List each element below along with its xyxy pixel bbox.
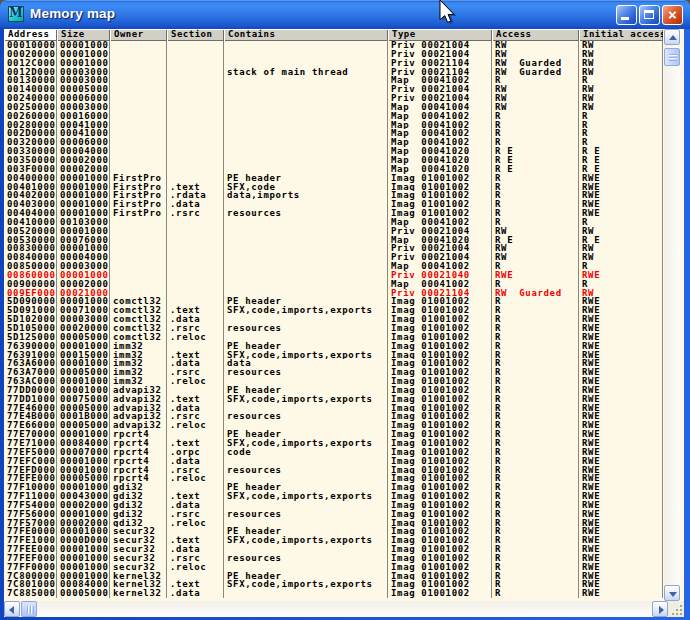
table-row[interactable]: 7C88500000005000kernel32.dataImag 010010… bbox=[4, 589, 663, 598]
table-row[interactable]: 002D000000041000Map 00041002RR bbox=[4, 129, 663, 138]
table-row[interactable]: 5D12500000005000comctl32.relocImag 01001… bbox=[4, 333, 663, 342]
table-row[interactable]: 0013000000003000Map 00041002RR bbox=[4, 76, 663, 85]
table-row[interactable]: 0052000000001000Priv 00021004RWRW bbox=[4, 227, 663, 236]
table-row[interactable]: 0028000000041000Map 00041002RR bbox=[4, 121, 663, 130]
table-row[interactable]: 77EFD00000001000rpcrt4.rsrcresourcesImag… bbox=[4, 466, 663, 475]
table-row[interactable]: 0090000000002000Map 00041002RR bbox=[4, 280, 663, 289]
cell-initial-access: R bbox=[579, 138, 663, 147]
table-row[interactable]: 0086000000001000Priv 00021040RWERWE bbox=[4, 271, 663, 280]
cell-size: 00005000 bbox=[57, 85, 110, 94]
table-row[interactable]: 009EF00000021000Priv 00021104RW GuardedR… bbox=[4, 289, 663, 298]
cell-owner: gdi32 bbox=[110, 519, 167, 528]
table-row[interactable]: 7639100000015000imm32.textSFX,code,impor… bbox=[4, 351, 663, 360]
cell-owner: FirstPro bbox=[110, 209, 167, 218]
minimize-button[interactable] bbox=[616, 5, 637, 25]
table-row[interactable]: 763A600000001000imm32.datadataImag 01001… bbox=[4, 359, 663, 368]
cell-size: 00041000 bbox=[57, 121, 110, 130]
table-row[interactable]: 0083000000001000Priv 00021004RWRW bbox=[4, 244, 663, 253]
table-row[interactable]: 0040400000001000FirstPro.rsrcresourcesIm… bbox=[4, 209, 663, 218]
table-row[interactable]: 77E7000000001000rpcrt4PE headerImag 0100… bbox=[4, 430, 663, 439]
table-row[interactable]: 0035000000002000Map 00041020R ER E bbox=[4, 156, 663, 165]
table-row[interactable]: 7C80000000001000kernel32PE headerImag 01… bbox=[4, 572, 663, 581]
table-row[interactable]: 77FE10000000D000secur32.textSFX,code,imp… bbox=[4, 536, 663, 545]
vertical-scrollbar-thumb[interactable] bbox=[664, 48, 680, 66]
table-row[interactable]: 0024000000006000Priv 00021004RWRW bbox=[4, 94, 663, 103]
cell-size: 0000D000 bbox=[57, 536, 110, 545]
table-row[interactable]: 77DD100000075000advapi32.textSFX,code,im… bbox=[4, 395, 663, 404]
table-row[interactable]: 0012D00000003000stack of main threadPriv… bbox=[4, 68, 663, 77]
column-header-owner[interactable]: Owner bbox=[110, 29, 167, 41]
table-row[interactable]: 7C80100000084000kernel32.textSFX,code,im… bbox=[4, 580, 663, 589]
table-row[interactable]: 7639000000001000imm32PE headerImag 01001… bbox=[4, 342, 663, 351]
table-row[interactable]: 0002000000001000Priv 00021004RWRW bbox=[4, 50, 663, 59]
cell-size: 00001000 bbox=[57, 183, 110, 192]
vertical-scrollbar[interactable] bbox=[664, 29, 680, 601]
table-row[interactable]: 77E7100000084000rpcrt4.textSFX,code,impo… bbox=[4, 439, 663, 448]
cell-owner: secur32 bbox=[110, 536, 167, 545]
column-header-size[interactable]: Size bbox=[57, 29, 110, 41]
cell-owner bbox=[110, 147, 167, 156]
column-headers: Address Size Owner Section Contains Type… bbox=[4, 29, 663, 41]
table-row[interactable]: 0014000000005000Priv 00021004RWRW bbox=[4, 85, 663, 94]
table-row[interactable]: 77FE000000001000secur32PE headerImag 010… bbox=[4, 527, 663, 536]
column-header-contains[interactable]: Contains bbox=[224, 29, 388, 41]
horizontal-scrollbar[interactable] bbox=[4, 601, 668, 617]
table-row[interactable]: 77FEF00000001000secur32.rsrcresourcesIma… bbox=[4, 554, 663, 563]
table-row[interactable]: 0033000000004000Map 00041020R ER E bbox=[4, 147, 663, 156]
table-row[interactable]: 77F5400000002000gdi32.dataImag 01001002R… bbox=[4, 501, 663, 510]
table-row[interactable]: 0026000000016000Map 00041002RR bbox=[4, 112, 663, 121]
column-header-address[interactable]: Address bbox=[4, 29, 57, 41]
table-row[interactable]: 77EF500000007000rpcrt4.orpccodeImag 0100… bbox=[4, 448, 663, 457]
table-row[interactable]: 77FF000000001000secur32.relocImag 010010… bbox=[4, 563, 663, 572]
maximize-button[interactable] bbox=[639, 5, 660, 25]
table-row[interactable]: 0041000000103000Map 00041002RR bbox=[4, 218, 663, 227]
cell-address: 00010000 bbox=[4, 41, 57, 50]
horizontal-scrollbar-thumb[interactable] bbox=[21, 601, 37, 617]
column-header-initial-access[interactable]: Initial access bbox=[579, 29, 663, 41]
column-header-type[interactable]: Type bbox=[388, 29, 492, 41]
scroll-left-button[interactable] bbox=[4, 601, 20, 617]
table-row[interactable]: 763AC00000001000imm32.relocImag 01001002… bbox=[4, 377, 663, 386]
table-row[interactable]: 77DD000000001000advapi32PE headerImag 01… bbox=[4, 386, 663, 395]
table-row[interactable]: 0012C00000001000Priv 00021104RW GuardedR… bbox=[4, 59, 663, 68]
table-row[interactable]: 5D10200000003000comctl32.dataImag 010010… bbox=[4, 315, 663, 324]
table-row[interactable]: 763A700000005000imm32.rsrcresourcesImag … bbox=[4, 368, 663, 377]
table-row[interactable]: 0001000000001000Priv 00021004RWRW bbox=[4, 41, 663, 50]
column-header-section[interactable]: Section bbox=[167, 29, 224, 41]
table-row[interactable]: 77F1000000001000gdi32PE headerImag 01001… bbox=[4, 483, 663, 492]
table-row[interactable]: 0053000000076000Map 00041020R ER E bbox=[4, 236, 663, 245]
table-row[interactable]: 77FEE00000001000secur32.dataImag 0100100… bbox=[4, 545, 663, 554]
close-button[interactable]: × bbox=[662, 5, 683, 25]
scroll-down-button[interactable] bbox=[664, 585, 680, 601]
table-row[interactable]: 5D09100000071000comctl32.textSFX,code,im… bbox=[4, 306, 663, 315]
table-rows: 0001000000001000Priv 00021004RWRW0002000… bbox=[4, 41, 663, 601]
table-row[interactable]: 0085000000003000Map 00041002RR bbox=[4, 262, 663, 271]
cell-address: 002D0000 bbox=[4, 129, 57, 138]
table-row[interactable]: 77E4B0000001B000advapi32.rsrcresourcesIm… bbox=[4, 412, 663, 421]
table-row[interactable]: 77F1100000043000gdi32.textSFX,code,impor… bbox=[4, 492, 663, 501]
cell-contains: PE header bbox=[224, 297, 388, 306]
table-row[interactable]: 0040000000001000FirstProPE headerImag 01… bbox=[4, 174, 663, 183]
table-row[interactable]: 0040200000001000FirstPro.rdatadata,impor… bbox=[4, 191, 663, 200]
table-row[interactable]: 5D09000000001000comctl32PE headerImag 01… bbox=[4, 297, 663, 306]
scroll-right-button[interactable] bbox=[652, 601, 668, 617]
resize-grip[interactable] bbox=[668, 601, 684, 617]
table-row[interactable]: 77EFE00000005000rpcrt4.relocImag 0100100… bbox=[4, 474, 663, 483]
table-row[interactable]: 0025000000003000Map 00041004RWRW bbox=[4, 103, 663, 112]
column-header-access[interactable]: Access bbox=[492, 29, 579, 41]
table-row[interactable]: 77F5700000002000gdi32.relocImag 01001002… bbox=[4, 519, 663, 528]
table-row[interactable]: 77E6600000005000advapi32.relocImag 01001… bbox=[4, 421, 663, 430]
cell-section bbox=[167, 218, 224, 227]
table-row[interactable]: 77F5600000001000gdi32.rsrcresourcesImag … bbox=[4, 510, 663, 519]
table-row[interactable]: 77E4600000005000advapi32.dataImag 010010… bbox=[4, 404, 663, 413]
table-row[interactable]: 5D10500000020000comctl32.rsrcresourcesIm… bbox=[4, 324, 663, 333]
titlebar[interactable]: M Memory map × bbox=[0, 0, 690, 29]
table-row[interactable]: 77EFC00000001000rpcrt4.dataImag 01001002… bbox=[4, 457, 663, 466]
table-row[interactable]: 0032000000006000Map 00041002RR bbox=[4, 138, 663, 147]
table-row[interactable]: 003F000000002000Map 00041020R ER E bbox=[4, 165, 663, 174]
table-row[interactable]: 0040100000001000FirstPro.textSFX,codeIma… bbox=[4, 183, 663, 192]
cell-contains bbox=[224, 200, 388, 209]
table-row[interactable]: 0084000000004000Priv 00021004RWRW bbox=[4, 253, 663, 262]
table-row[interactable]: 0040300000001000FirstPro.dataImag 010010… bbox=[4, 200, 663, 209]
scroll-up-button[interactable] bbox=[664, 29, 680, 45]
